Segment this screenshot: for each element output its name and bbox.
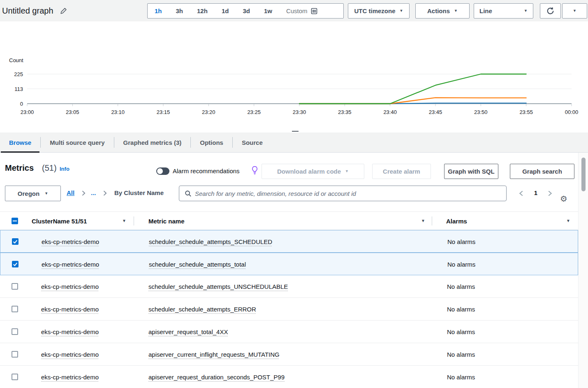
cluster-name-link[interactable]: eks-cp-metrics-demo [41, 306, 99, 313]
svg-text:23:10: 23:10 [111, 109, 125, 115]
svg-text:23:15: 23:15 [157, 109, 170, 115]
graph-with-sql-button[interactable]: Graph with SQL [444, 164, 498, 179]
time-range-control: 1h 3h 12h 1d 3d 1w Custom [147, 3, 344, 19]
time-range-12h[interactable]: 12h [190, 7, 215, 14]
svg-text:23:05: 23:05 [66, 109, 79, 115]
graph-search-button[interactable]: Graph search [510, 164, 574, 179]
time-range-3h[interactable]: 3h [169, 7, 190, 14]
time-range-1d[interactable]: 1d [215, 7, 236, 14]
alarms-status: No alarms [447, 351, 475, 358]
chevron-down-icon: ▼ [454, 9, 458, 13]
table-row: eks-cp-metrics-demo scheduler_schedule_a… [0, 298, 578, 321]
tab-multi-source-query[interactable]: Multi source query [41, 132, 113, 152]
cluster-name-link[interactable]: eks-cp-metrics-demo [41, 283, 99, 290]
row-checkbox[interactable] [12, 261, 19, 267]
column-alarms: Alarms [446, 217, 467, 224]
sort-caret-icon[interactable]: ▼ [122, 219, 126, 223]
svg-text:23:55: 23:55 [519, 109, 533, 115]
cloudwatch-metrics-page: Untitled graph 1h 3h 12h 1d 3d 1w Custom… [0, 0, 588, 388]
cluster-name-link[interactable]: eks-cp-metrics-demo [42, 238, 99, 245]
cluster-name-link[interactable]: eks-cp-metrics-demo [41, 328, 99, 335]
chevron-right-icon [103, 191, 107, 196]
row-checkbox[interactable] [12, 328, 18, 335]
tab-graphed-metrics[interactable]: Graphed metrics (3) [114, 132, 191, 152]
alarms-status: No alarms [447, 328, 475, 335]
metric-search-box [179, 186, 507, 201]
filter-caret-icon[interactable]: ▼ [566, 219, 570, 223]
vertical-scrollbar [578, 153, 588, 388]
metric-name-link[interactable]: apiserver_request_duration_seconds_POST_… [148, 374, 285, 381]
settings-gear-icon[interactable]: ⚙ [560, 195, 567, 203]
refresh-options-dropdown[interactable]: ▼ [562, 3, 587, 19]
alarms-status: No alarms [447, 306, 475, 313]
metrics-count: (51) [42, 163, 57, 173]
metric-name-link[interactable]: scheduler_schedule_attempts_UNSCHEDULABL… [148, 283, 288, 290]
tab-browse[interactable]: Browse [0, 132, 40, 152]
table-row: eks-cp-metrics-demo apiserver_request_to… [0, 321, 578, 343]
metrics-heading: Metrics [5, 163, 34, 173]
scrollbar-thumb[interactable] [581, 158, 586, 191]
svg-text:23:40: 23:40 [383, 109, 397, 115]
chart-type-dropdown[interactable]: Line ▼ [474, 3, 533, 19]
svg-text:Count: Count [9, 57, 23, 63]
time-range-1h[interactable]: 1h [148, 7, 169, 14]
cluster-name-link[interactable]: eks-cp-metrics-demo [41, 374, 99, 381]
previous-page-icon[interactable] [519, 191, 523, 196]
time-range-3d[interactable]: 3d [236, 7, 257, 14]
download-alarm-code-button[interactable]: Download alarm code▼ [262, 164, 364, 179]
actions-label: Actions [427, 7, 450, 14]
row-checkbox[interactable] [12, 238, 19, 245]
calendar-grid-icon[interactable] [311, 8, 317, 14]
alarm-recommendations-label: Alarm recommendations [173, 167, 240, 174]
tab-source[interactable]: Source [233, 132, 272, 152]
breadcrumb-all[interactable]: All [67, 189, 74, 196]
metric-name-link[interactable]: scheduler_schedule_attempts_ERROR [148, 306, 256, 313]
line-chart: 0113225Count23:0023:0523:1023:1523:2023:… [0, 21, 588, 130]
table-row: eks-cp-metrics-demo scheduler_schedule_a… [0, 230, 578, 253]
svg-text:23:20: 23:20 [202, 109, 215, 115]
info-link[interactable]: Info [60, 166, 69, 172]
metric-name-link[interactable]: scheduler_schedule_attempts_total [149, 260, 246, 267]
table-header: ClusterName 51/51 ▼ Metric name ▼ Alarms… [0, 211, 578, 230]
svg-text:23:45: 23:45 [429, 109, 442, 115]
search-input[interactable] [195, 186, 503, 200]
svg-text:23:00: 23:00 [21, 109, 34, 115]
create-alarm-button[interactable]: Create alarm [372, 164, 431, 179]
filter-caret-icon[interactable]: ▼ [421, 219, 425, 223]
chevron-down-icon: ▼ [573, 9, 576, 13]
row-checkbox[interactable] [12, 283, 18, 290]
cluster-name-link[interactable]: eks-cp-metrics-demo [42, 260, 99, 267]
metric-name-link[interactable]: apiserver_current_inflight_requests_MUTA… [148, 351, 280, 358]
row-checkbox[interactable] [12, 306, 18, 312]
alarm-recommendations-toggle[interactable] [156, 167, 169, 175]
next-page-icon[interactable] [548, 191, 552, 196]
metric-name-link[interactable]: apiserver_request_total_4XX [148, 328, 228, 335]
metric-graph: 0113225Count23:0023:0523:1023:1523:2023:… [0, 21, 588, 130]
table-row: eks-cp-metrics-demo apiserver_current_in… [0, 343, 578, 366]
cluster-name-link[interactable]: eks-cp-metrics-demo [41, 351, 99, 358]
alarms-status: No alarms [447, 260, 475, 267]
time-range-custom[interactable]: Custom [279, 7, 310, 14]
chevron-right-icon [82, 191, 86, 196]
svg-text:23:25: 23:25 [247, 109, 261, 115]
region-dropdown[interactable]: Oregon▼ [5, 186, 61, 201]
time-range-1w[interactable]: 1w [257, 7, 279, 14]
refresh-button[interactable] [540, 3, 561, 19]
breadcrumb-current: By Cluster Name [114, 189, 164, 196]
svg-text:23:30: 23:30 [293, 109, 306, 115]
edit-pencil-icon[interactable] [60, 7, 67, 14]
tab-bar: Browse Multi source query Graphed metric… [0, 132, 588, 153]
column-metric-name: Metric name [148, 217, 185, 224]
row-checkbox[interactable] [12, 351, 18, 358]
svg-text:225: 225 [14, 71, 23, 77]
tab-options[interactable]: Options [191, 132, 232, 152]
top-bar: Untitled graph 1h 3h 12h 1d 3d 1w Custom… [0, 0, 588, 21]
metric-name-link[interactable]: scheduler_schedule_attempts_SCHEDULED [149, 238, 272, 245]
timezone-dropdown[interactable]: UTC timezone ▼ [348, 3, 410, 19]
row-checkbox[interactable] [12, 374, 18, 380]
actions-dropdown[interactable]: Actions ▼ [415, 3, 470, 19]
graph-title: Untitled graph [2, 6, 53, 16]
breadcrumb-ellipsis[interactable]: ... [91, 189, 96, 196]
select-all-checkbox[interactable] [12, 218, 18, 224]
page-number[interactable]: 1 [532, 189, 539, 196]
